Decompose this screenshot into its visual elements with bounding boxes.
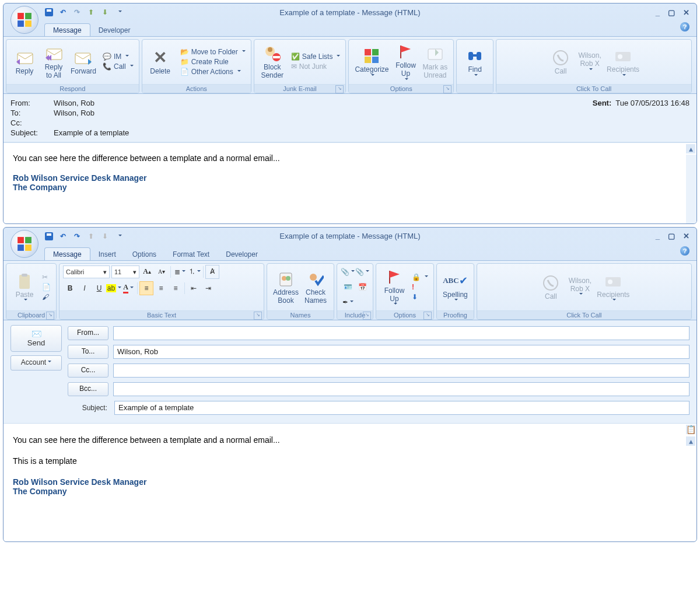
permission-icon[interactable]: 🔒 [410, 272, 430, 282]
save-icon[interactable] [43, 6, 55, 18]
tab-developer[interactable]: Developer [218, 248, 266, 260]
move-to-folder-button[interactable]: 📂Move to Folder [178, 47, 247, 57]
recipients-button[interactable]: Recipients [594, 270, 632, 304]
reply-all-button[interactable]: Reply to All [39, 43, 68, 81]
tab-message[interactable]: Message [44, 23, 90, 36]
close-icon[interactable]: ✕ [683, 8, 690, 17]
scroll-up-icon[interactable]: ▴ [686, 144, 695, 153]
office-button[interactable] [10, 230, 38, 258]
cc-input[interactable] [113, 364, 690, 378]
numbering-icon[interactable]: ⒈ [187, 265, 201, 279]
qat-customize[interactable] [113, 230, 125, 242]
bold-icon[interactable]: B [63, 281, 77, 295]
align-center-icon[interactable]: ≡ [154, 281, 168, 295]
grow-font-icon[interactable]: A▴ [140, 265, 154, 279]
categorize-button[interactable]: Categorize [352, 45, 391, 79]
minimize-icon[interactable]: _ [656, 232, 660, 240]
paste-button[interactable]: Paste [10, 270, 39, 304]
font-name-selector[interactable]: Calibri▾ [63, 265, 110, 278]
increase-indent-icon[interactable]: ⇥ [201, 281, 215, 295]
call-button-big[interactable]: Call [546, 47, 575, 77]
mark-unread-button[interactable]: Mark as Unread [420, 43, 450, 81]
signature-icon[interactable]: ✒ [341, 295, 355, 309]
italic-icon[interactable]: I [78, 281, 92, 295]
follow-up-button[interactable]: Follow Up [391, 41, 420, 83]
undo-icon[interactable]: ↶ [57, 230, 69, 242]
scroll-up-icon[interactable]: ▴ [686, 436, 695, 446]
office-button[interactable] [10, 6, 38, 34]
scrollbar[interactable] [686, 155, 696, 223]
high-importance-icon[interactable]: ! [410, 282, 430, 292]
previous-icon[interactable]: ⬆ [85, 6, 97, 18]
format-painter-icon[interactable]: 🖌 [40, 292, 52, 302]
tab-developer[interactable]: Developer [90, 24, 139, 36]
create-rule-button[interactable]: 📁Create Rule [178, 57, 247, 67]
cut-icon[interactable]: ✂ [40, 272, 52, 282]
from-button[interactable]: From... [68, 326, 108, 340]
next-icon[interactable]: ⬇ [99, 230, 111, 242]
tab-options[interactable]: Options [124, 248, 164, 260]
call-contact-button[interactable]: Wilson, Rob X [575, 51, 604, 73]
help-icon[interactable]: ? [680, 246, 690, 256]
block-sender-button[interactable]: Block Sender [258, 43, 287, 81]
delete-button[interactable]: ✕ Delete [146, 47, 175, 77]
address-book-button[interactable]: Address Book [271, 268, 301, 306]
call-button[interactable]: 📞Call [101, 62, 135, 71]
dialog-launcher-icon[interactable]: ↘ [335, 85, 344, 93]
not-junk-button[interactable]: ✉Not Junk [289, 62, 342, 71]
bcc-button[interactable]: Bcc... [68, 382, 108, 396]
tab-message[interactable]: Message [44, 247, 90, 260]
dialog-launcher-icon[interactable]: ↘ [443, 85, 452, 93]
align-right-icon[interactable]: ≡ [169, 281, 183, 295]
highlight-icon[interactable]: ab [107, 281, 121, 295]
font-size-selector[interactable]: 11▾ [111, 265, 139, 278]
save-icon[interactable] [43, 230, 55, 242]
forward-button[interactable]: Forward [68, 47, 99, 77]
to-input[interactable]: Wilson, Rob [113, 345, 690, 359]
help-icon[interactable]: ? [680, 22, 690, 32]
call-contact-button[interactable]: Wilson, Rob X [565, 276, 594, 298]
spelling-button[interactable]: ABC✔ Spelling [440, 270, 470, 304]
qat-customize[interactable] [113, 6, 125, 18]
copy-icon[interactable]: 📄 [40, 282, 52, 292]
subject-input[interactable]: Example of a template [114, 401, 690, 415]
maximize-icon[interactable]: ▢ [668, 232, 675, 240]
minimize-icon[interactable]: _ [656, 8, 660, 17]
redo-icon[interactable]: ↷ [71, 230, 83, 242]
to-button[interactable]: To... [68, 345, 108, 359]
maximize-icon[interactable]: ▢ [668, 8, 675, 17]
shrink-font-icon[interactable]: A▾ [155, 265, 169, 279]
other-actions-button[interactable]: 📄Other Actions [178, 67, 247, 76]
bcc-input[interactable] [113, 382, 690, 396]
close-icon[interactable]: ✕ [683, 232, 690, 240]
account-button[interactable]: Account [10, 355, 62, 371]
safe-lists-button[interactable]: ✅Safe Lists [289, 52, 342, 61]
follow-up-button[interactable]: Follow Up [380, 266, 409, 308]
low-importance-icon[interactable]: ⬇ [410, 292, 430, 302]
calendar-icon[interactable]: 📅 [355, 280, 369, 294]
next-icon[interactable]: ⬇ [99, 6, 111, 18]
bullets-icon[interactable]: ≣ [173, 265, 187, 279]
reply-button[interactable]: Reply [10, 47, 39, 77]
previous-icon[interactable]: ⬆ [85, 230, 97, 242]
underline-icon[interactable]: U [92, 281, 106, 295]
dialog-launcher-icon[interactable]: ↘ [424, 312, 432, 320]
cc-button[interactable]: Cc... [68, 364, 108, 378]
check-names-button[interactable]: Check Names [301, 268, 330, 306]
dialog-launcher-icon[interactable]: ↘ [254, 312, 262, 320]
recipients-button[interactable]: Recipients [604, 45, 642, 79]
tab-format-text[interactable]: Format Text [164, 248, 218, 260]
paste-options-icon[interactable]: 📋 [686, 425, 695, 434]
dialog-launcher-icon[interactable]: ↘ [363, 312, 371, 320]
align-left-icon[interactable]: ≡ [139, 281, 153, 295]
send-button[interactable]: ✉️ Send [10, 325, 62, 352]
business-card-icon[interactable]: 🪪 [341, 280, 355, 294]
redo-icon[interactable]: ↷ [71, 6, 83, 18]
font-color-icon[interactable]: A [121, 281, 135, 295]
dialog-launcher-icon[interactable]: ↘ [46, 312, 54, 320]
attach-item-icon[interactable]: 📎 [355, 265, 369, 279]
undo-icon[interactable]: ↶ [57, 6, 69, 18]
compose-body[interactable]: 📋 ▴ You can see here the difference betw… [4, 424, 696, 541]
call-button-big[interactable]: Call [536, 272, 565, 302]
attach-file-icon[interactable]: 📎 [341, 265, 355, 279]
